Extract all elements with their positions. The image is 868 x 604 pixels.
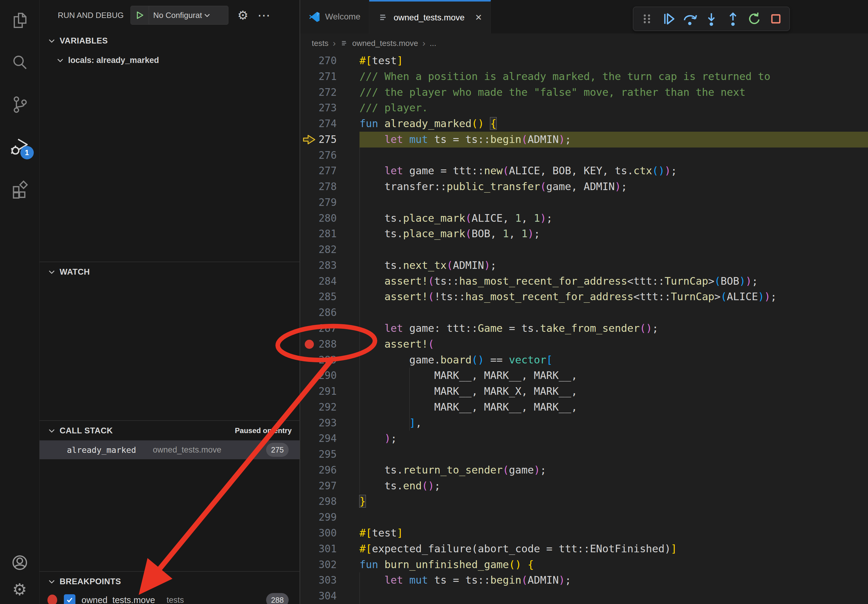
glyph-margin[interactable] [302,132,316,147]
glyph-margin[interactable] [302,321,316,336]
glyph-margin[interactable] [302,147,316,163]
glyph-margin[interactable] [302,226,316,242]
glyph-margin[interactable] [302,258,316,273]
code-line-294[interactable]: 294 ); [300,431,868,446]
close-icon[interactable]: ✕ [475,12,482,23]
account-icon[interactable] [8,550,32,575]
code-line-282[interactable]: 282 [300,242,868,258]
glyph-margin[interactable] [302,557,316,573]
code-line-271[interactable]: 271/// When a position is already marked… [300,69,868,85]
glyph-margin[interactable] [302,179,316,195]
code-line-270[interactable]: 270#[test] [300,53,868,69]
glyph-margin[interactable] [302,368,316,384]
code-line-290[interactable]: 290 MARK__, MARK__, MARK__, [300,368,868,384]
code-line-304[interactable]: 304 [300,588,868,604]
code-line-287[interactable]: 287 let game: ttt::Game = ts.take_from_s… [300,321,868,336]
step-over-button[interactable] [680,9,699,28]
code-line-283[interactable]: 283 ts.next_tx(ADMIN); [300,258,868,273]
glyph-margin[interactable] [302,273,316,289]
breakpoint-list-item[interactable]: owned_tests.move tests 288 [40,591,299,604]
start-debug-icon[interactable] [131,6,149,24]
glyph-margin[interactable] [302,510,316,525]
code-line-298[interactable]: 298} [300,494,868,510]
toolbar-drag-grip[interactable] [637,9,656,28]
breadcrumb-folder[interactable]: tests [312,39,329,48]
code-line-300[interactable]: 300#[test] [300,525,868,541]
breadcrumb-symbol[interactable]: ... [430,39,436,48]
glyph-margin[interactable] [302,541,316,557]
restart-button[interactable] [745,9,764,28]
glyph-margin[interactable] [302,572,316,588]
call-stack-section-header[interactable]: CALL STACK Paused on entry [40,421,299,440]
code-line-289[interactable]: 289 game.board() == vector[ [300,352,868,368]
glyph-margin[interactable] [302,478,316,494]
code-line-280[interactable]: 280 ts.place_mark(ALICE, 1, 1); [300,211,868,226]
code-line-302[interactable]: 302fun burn_unfinished_game() { [300,557,868,573]
glyph-margin[interactable] [302,195,316,211]
code-line-301[interactable]: 301#[expected_failure(abort_code = ttt::… [300,541,868,557]
glyph-margin[interactable] [302,242,316,258]
glyph-margin[interactable] [302,211,316,226]
step-out-button[interactable] [724,9,742,28]
code-line-279[interactable]: 279 [300,195,868,211]
glyph-margin[interactable] [302,462,316,478]
glyph-margin[interactable] [302,163,316,179]
breakpoint-dot-icon[interactable] [305,340,314,349]
glyph-margin[interactable] [302,100,316,116]
run-and-debug-icon[interactable]: 1 [8,135,32,159]
glyph-margin[interactable] [302,525,316,541]
glyph-margin[interactable] [302,352,316,368]
continue-button[interactable] [659,9,678,28]
stop-button[interactable] [766,9,785,28]
glyph-margin[interactable] [302,399,316,415]
step-into-button[interactable] [702,9,721,28]
code-line-303[interactable]: 303 let mut ts = ts::begin(ADMIN); [300,572,868,588]
views-more-icon[interactable]: ⋯ [257,8,271,23]
call-stack-frame-row[interactable]: already_marked owned_tests.move 275 [40,440,299,459]
debug-settings-gear-icon[interactable]: ⚙ [237,8,248,22]
code-line-295[interactable]: 295 [300,446,868,462]
glyph-margin[interactable] [302,415,316,431]
breakpoint-checkbox[interactable] [64,594,76,604]
variables-section-header[interactable]: VARIABLES [40,32,299,50]
code-line-285[interactable]: 285 assert!(!ts::has_most_recent_for_add… [300,289,868,305]
code-line-272[interactable]: 272/// the player who made the "false" m… [300,85,868,101]
launch-config-dropdown[interactable]: No Configurat [130,6,228,25]
glyph-margin[interactable] [302,85,316,101]
code-line-292[interactable]: 292 MARK__, MARK__, MARK__, [300,399,868,415]
tab-welcome[interactable]: Welcome [300,0,369,34]
code-line-288[interactable]: 288 assert!( [300,336,868,352]
glyph-margin[interactable] [302,384,316,399]
glyph-margin[interactable] [302,53,316,69]
glyph-margin[interactable] [302,446,316,462]
code-line-293[interactable]: 293 ], [300,415,868,431]
settings-gear-icon[interactable]: ⚙ [8,577,32,602]
glyph-margin[interactable] [302,69,316,85]
glyph-margin[interactable] [302,588,316,604]
watch-section-header[interactable]: WATCH [40,263,299,281]
explorer-icon[interactable] [8,9,32,33]
code-line-284[interactable]: 284 assert!(ts::has_most_recent_for_addr… [300,273,868,289]
code-line-274[interactable]: 274fun already_marked() { [300,116,868,132]
code-line-275[interactable]: 275 let mut ts = ts::begin(ADMIN); [300,132,868,147]
source-control-icon[interactable] [8,93,32,117]
code-line-286[interactable]: 286 [300,305,868,321]
code-line-281[interactable]: 281 ts.place_mark(BOB, 1, 1); [300,226,868,242]
code-line-299[interactable]: 299 [300,510,868,525]
code-line-278[interactable]: 278 transfer::public_transfer(game, ADMI… [300,179,868,195]
glyph-margin[interactable] [302,289,316,305]
code-line-297[interactable]: 297 ts.end(); [300,478,868,494]
code-editor[interactable]: 270#[test]271/// When a position is alre… [300,53,868,604]
tab-owned-tests-move[interactable]: owned_tests.move ✕ [369,0,491,34]
variables-locals-row[interactable]: locals: already_marked [40,51,299,69]
code-line-291[interactable]: 291 MARK__, MARK_X, MARK__, [300,384,868,399]
glyph-margin[interactable] [302,116,316,132]
search-icon[interactable] [8,51,32,75]
code-line-273[interactable]: 273/// player. [300,100,868,116]
breadcrumb-file[interactable]: owned_tests.move [352,39,418,48]
glyph-margin[interactable] [302,305,316,321]
glyph-margin[interactable] [302,494,316,510]
code-line-276[interactable]: 276 [300,147,868,163]
extensions-icon[interactable] [8,177,32,201]
glyph-margin[interactable] [302,431,316,446]
